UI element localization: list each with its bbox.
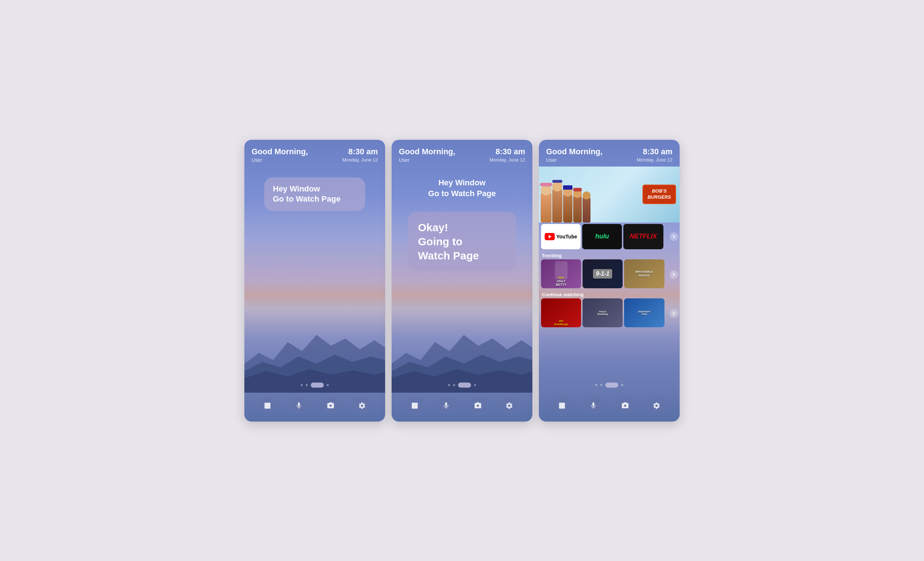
continue-arrow[interactable] xyxy=(669,309,678,318)
greeting-main-3: Good Morning, xyxy=(546,147,602,156)
camera-button[interactable] xyxy=(322,397,339,414)
mic-button-2[interactable] xyxy=(438,397,455,414)
date-display-3: Monday, June 12 xyxy=(637,157,672,162)
youtube-icon xyxy=(544,233,555,240)
dot-4 xyxy=(327,384,329,386)
dot2-4 xyxy=(474,384,476,386)
page-dots-3 xyxy=(539,379,680,393)
voice-command-bubble[interactable]: Hey WindowGo to Watch Page xyxy=(264,177,365,211)
page-dots xyxy=(244,379,385,393)
date-display: Monday, June 12 xyxy=(342,157,378,162)
date-display-2: Monday, June 12 xyxy=(489,157,525,162)
time-block-2: 8:30 am Monday, June 12 xyxy=(489,147,525,162)
screens-container: Good Morning, User 8:30 am Monday, June … xyxy=(244,140,680,421)
settings-button[interactable] xyxy=(353,397,370,414)
time-block-3: 8:30 am Monday, June 12 xyxy=(637,147,672,162)
screen-2-header: Good Morning, User 8:30 am Monday, June … xyxy=(392,140,532,167)
camera-button-2[interactable] xyxy=(469,397,486,414)
impossible-builds-card[interactable]: IMPOSSIBLEBUILDS xyxy=(624,259,664,288)
greeting-block-3: Good Morning, User xyxy=(546,147,602,163)
dot2-3-active xyxy=(458,382,471,388)
response-bubble-text: Okay!Going toWatch Page xyxy=(418,220,506,263)
time-display-3: 8:30 am xyxy=(637,147,672,156)
continue-watching-label: Continue watching xyxy=(539,290,680,298)
dot3-4 xyxy=(621,384,623,386)
screen-2-middle: Hey WindowGo to Watch Page Okay!Going to… xyxy=(392,167,532,379)
time-block: 8:30 am Monday, June 12 xyxy=(342,147,378,162)
time-display-2: 8:30 am xyxy=(489,147,525,156)
greys-anatomy-card[interactable]: Grey'sAnatomy xyxy=(582,298,622,327)
screen-1: Good Morning, User 8:30 am Monday, June … xyxy=(244,140,385,421)
dot-3-active xyxy=(311,382,324,388)
dot-2 xyxy=(306,384,308,386)
gallery-button[interactable] xyxy=(259,397,276,414)
gallery-button-3[interactable] xyxy=(554,397,571,414)
911-card[interactable]: 9-1-1 xyxy=(582,259,622,288)
netflix-card[interactable]: NETFLIX xyxy=(623,224,663,249)
screen-3-header: Good Morning, User 8:30 am Monday, June … xyxy=(539,140,680,167)
camera-button-3[interactable] xyxy=(616,397,634,414)
screen-header: Good Morning, User 8:30 am Monday, June … xyxy=(244,140,385,167)
featured-show[interactable]: BOB'SBURGERS xyxy=(539,167,680,223)
greeting-user-2: User xyxy=(399,157,455,163)
ugly-betty-card[interactable]: Hilda UGLYBETTY xyxy=(541,259,581,288)
dot3-2 xyxy=(600,384,602,386)
screen-3: Good Morning, User 8:30 am Monday, June … xyxy=(539,140,680,421)
services-row: YouTube hulu NETFLIX xyxy=(539,223,668,251)
screen-middle: Hey WindowGo to Watch Page xyxy=(244,167,385,379)
greeting-main-2: Good Morning, xyxy=(399,147,455,156)
greeting-block-2: Good Morning, User xyxy=(399,147,455,163)
youtube-text: YouTube xyxy=(556,234,577,239)
dot3-1 xyxy=(595,384,597,386)
greeting-main: Good Morning, xyxy=(252,147,308,156)
time-display: 8:30 am xyxy=(342,147,378,156)
services-arrow[interactable] xyxy=(669,232,678,241)
settings-button-3[interactable] xyxy=(648,397,665,414)
adventure-time-card[interactable]: AdventureTime xyxy=(624,298,664,327)
greeting-block: Good Morning, User xyxy=(252,147,308,163)
response-bubble[interactable]: Okay!Going toWatch Page xyxy=(408,212,516,271)
netflix-text: NETFLIX xyxy=(630,233,657,240)
services-row-container: YouTube hulu NETFLIX xyxy=(539,223,680,251)
youtube-logo: YouTube xyxy=(544,233,577,240)
trending-arrow[interactable] xyxy=(669,270,678,279)
bobs-burgers-logo: BOB'SBURGERS xyxy=(642,185,676,205)
dot2-2 xyxy=(453,384,455,386)
mic-button[interactable] xyxy=(290,397,308,414)
bottom-toolbar xyxy=(244,393,385,421)
youtube-play-icon xyxy=(549,235,552,238)
bottom-toolbar-3 xyxy=(539,393,680,421)
trending-label: Trending xyxy=(539,251,680,259)
voice-text-plain: Hey WindowGo to Watch Page xyxy=(428,177,496,199)
gallery-button-2[interactable] xyxy=(406,397,423,414)
dot-1 xyxy=(301,384,303,386)
bottom-toolbar-2 xyxy=(392,393,532,421)
screen-2: Good Morning, User 8:30 am Monday, June … xyxy=(392,140,532,421)
hulu-card[interactable]: hulu xyxy=(582,224,622,249)
greeting-user: User xyxy=(252,157,308,163)
trending-row: Hilda UGLYBETTY 9-1-1 xyxy=(539,259,668,290)
continue-row: theGoldbergs Grey'sAnatomy xyxy=(539,298,668,329)
dot3-3-active xyxy=(605,382,618,388)
trending-row-container: Hilda UGLYBETTY 9-1-1 xyxy=(539,259,680,290)
mic-button-3[interactable] xyxy=(585,397,602,414)
voice-command-text: Hey WindowGo to Watch Page xyxy=(273,184,357,205)
greeting-user-3: User xyxy=(546,157,602,163)
dot2-1 xyxy=(448,384,450,386)
hulu-text: hulu xyxy=(595,233,609,240)
watch-page-content: BOB'SBURGERS YouTube xyxy=(539,167,680,379)
youtube-card[interactable]: YouTube xyxy=(541,224,581,249)
goldbergs-card[interactable]: theGoldbergs xyxy=(541,298,581,327)
settings-button-2[interactable] xyxy=(501,397,518,414)
continue-row-container: theGoldbergs Grey'sAnatomy xyxy=(539,298,680,329)
page-dots-2 xyxy=(392,379,532,393)
